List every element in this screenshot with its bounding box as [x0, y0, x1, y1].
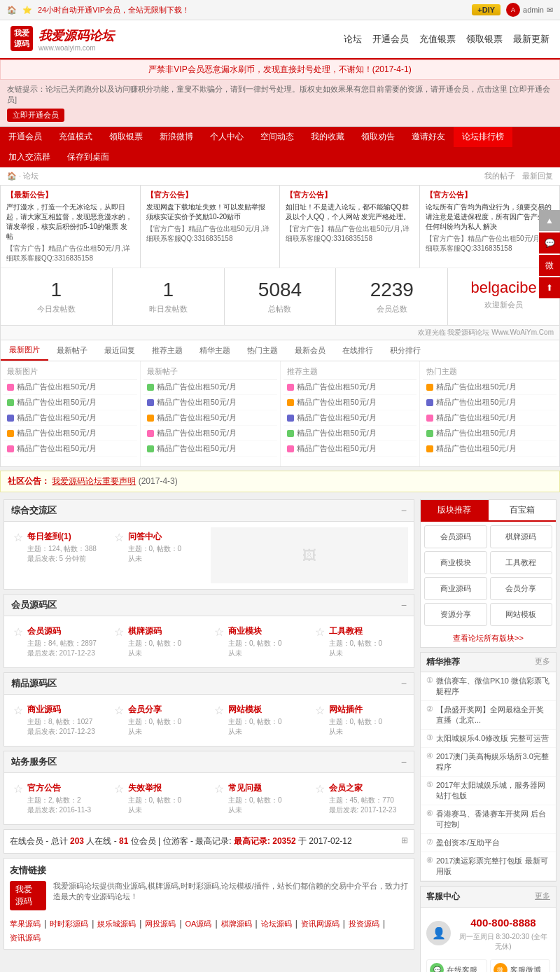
nav-forum[interactable]: 论坛: [344, 33, 362, 46]
forum-item-tools: ☆ 工具教程 主题：0, 帖数：0 从未: [312, 622, 409, 662]
forum-name-home[interactable]: 会员之家: [329, 783, 363, 793]
subnav-profile[interactable]: 个人中心: [202, 127, 252, 147]
friend-link-5[interactable]: OA源码: [186, 919, 212, 929]
forum-name-chess[interactable]: 棋牌源码: [128, 626, 162, 636]
friend-link-10[interactable]: 资讯源码: [10, 933, 41, 943]
friend-link-6[interactable]: 棋牌源码: [221, 919, 252, 929]
forum-name-module[interactable]: 商业模块: [228, 626, 262, 636]
block-member-source[interactable]: 会员源码: [424, 525, 487, 548]
block-chess[interactable]: 棋牌源码: [490, 525, 553, 548]
recommend-link-3[interactable]: 太阳城娱乐4.0修改版 完整可运营: [436, 733, 549, 744]
forum-name-qa[interactable]: 问答中心: [128, 532, 162, 541]
subnav-charge[interactable]: 充值模式: [50, 127, 101, 147]
topbar-right: +DIY A admin ✉: [472, 3, 553, 17]
recommend-link-6[interactable]: 香港赛马、香港赛车开奖网 后台可控制: [436, 809, 550, 830]
recommend-link-2[interactable]: 【鼎盛开奖网】全网最稳全开奖直播（北京...: [436, 704, 550, 725]
friend-link-3[interactable]: 娱乐城源码: [97, 919, 136, 929]
friend-link-2[interactable]: 时时彩源码: [50, 919, 88, 929]
subnav-open-vip[interactable]: 开通会员: [0, 127, 50, 147]
recommend-link-1[interactable]: 微信赛车、微信PK10 微信彩票飞艇程序: [436, 676, 550, 697]
recommend-num-8: ⑧: [426, 856, 433, 865]
subnav-receive[interactable]: 领取银票: [101, 127, 151, 147]
tab-item: 精品广告位出租50元/月: [144, 426, 277, 441]
message-icon[interactable]: ✉: [547, 6, 553, 15]
forum-name-member[interactable]: 会员源码: [27, 626, 61, 636]
forum-name-signin[interactable]: 每日签到(1): [27, 532, 71, 541]
cs-more-link[interactable]: 更多: [535, 891, 550, 903]
subnav-weibo[interactable]: 新浪微博: [151, 127, 202, 147]
diy-button[interactable]: +DIY: [472, 4, 500, 15]
tab-online-rank[interactable]: 在线排行: [334, 340, 382, 361]
block-resource-share[interactable]: 资源分享: [424, 603, 487, 626]
block-biz-module[interactable]: 商业模块: [424, 551, 487, 574]
block-tools-tutorial[interactable]: 工具教程: [490, 551, 553, 574]
forum-name-tools[interactable]: 工具教程: [329, 626, 363, 636]
subnav-group[interactable]: 加入交流群: [0, 147, 59, 167]
latest-reply-link[interactable]: 最新回复: [522, 171, 553, 181]
item-text: 精品广告位出租50元/月: [157, 428, 237, 438]
tab-recommended[interactable]: 推荐主题: [144, 340, 191, 361]
community-notice-link[interactable]: 我爱源码论坛重要声明: [52, 476, 136, 486]
subnav-invite[interactable]: 邀请好友: [403, 127, 454, 147]
subnav-desktop[interactable]: 保存到桌面: [59, 147, 118, 167]
float-top-btn[interactable]: ⬆: [539, 277, 560, 298]
tab-new-members[interactable]: 最新会员: [286, 340, 334, 361]
subnav-favorites[interactable]: 我的收藏: [302, 127, 353, 147]
block-member-share[interactable]: 会员分享: [490, 577, 553, 600]
block-biz-source[interactable]: 商业源码: [424, 577, 487, 600]
nav-latest[interactable]: 最新更新: [513, 33, 550, 46]
online-expand-icon[interactable]: ⊞: [401, 835, 408, 845]
home-link[interactable]: 🏠: [7, 6, 17, 15]
section-toggle-member[interactable]: −: [401, 599, 407, 611]
forum-name-faq[interactable]: 常见问题: [228, 783, 262, 793]
tab-latest-images[interactable]: 最新图片: [1, 340, 48, 361]
tab-score-rank[interactable]: 积分排行: [382, 340, 429, 361]
friend-link-7[interactable]: 论坛源码: [261, 919, 292, 929]
forum-item-template: ☆ 网站模板 主题：0, 帖数：0 从未: [211, 700, 308, 740]
section-toggle-premium[interactable]: −: [401, 678, 407, 689]
float-btn-1[interactable]: ▲: [539, 210, 560, 231]
block-website-template[interactable]: 网站模板: [490, 603, 553, 626]
tab-premium[interactable]: 精华主题: [191, 340, 239, 361]
tab-hot[interactable]: 热门主题: [239, 340, 286, 361]
tab-latest-posts[interactable]: 最新帖子: [48, 340, 96, 361]
recommend-item-2: ② 【鼎盛开奖网】全网最稳全开奖直播（北京...: [421, 701, 556, 730]
forum-name-biz[interactable]: 商业源码: [27, 704, 61, 714]
recommend-link-8[interactable]: 2017澳运彩票完整打包版 最新可用版: [436, 856, 550, 877]
tab-latest-reply[interactable]: 最近回复: [96, 340, 144, 361]
recommend-link-5[interactable]: 2017年太阳城娱乐城，服务器网站打包版: [436, 780, 550, 801]
forum-name-share[interactable]: 会员分享: [128, 704, 162, 714]
friend-link-1[interactable]: 苹果源码: [10, 919, 41, 929]
float-chat-btn[interactable]: 💬: [539, 232, 560, 254]
forum-name-official[interactable]: 官方公告: [27, 783, 61, 793]
friend-link-8[interactable]: 资讯网源码: [301, 919, 340, 929]
subnav-reward[interactable]: 领取劝告: [353, 127, 403, 147]
favorite-link[interactable]: ⭐: [22, 6, 32, 15]
join-vip-button[interactable]: 立即开通会员: [7, 109, 64, 122]
nav-vip[interactable]: 开通会员: [372, 33, 409, 46]
forum-group-member: ☆ 会员源码 主题：84, 帖数：2897 最后发表: 2017-12-23 ☆…: [4, 616, 414, 667]
cs-item-weibo[interactable]: 微 客服微博: [490, 959, 551, 972]
forum-name-template[interactable]: 网站模板: [228, 704, 262, 714]
recommend-link-4[interactable]: 2017澳门美高梅娱乐场所3.0完整程序: [436, 751, 550, 772]
view-all-link[interactable]: 查看论坛所有版块>>: [453, 634, 524, 642]
section-toggle-service[interactable]: −: [401, 756, 407, 768]
cs-item-online[interactable]: 💬 在线客服: [426, 959, 487, 972]
nav-charge[interactable]: 充值银票: [419, 33, 456, 46]
float-wechat-btn[interactable]: 微: [539, 255, 560, 276]
section-toggle-comprehensive[interactable]: −: [401, 505, 407, 516]
right-tab-treasure[interactable]: 百宝箱: [489, 500, 556, 520]
subnav-rank[interactable]: 论坛排行榜: [454, 127, 512, 147]
my-posts-link[interactable]: 我的帖子: [484, 171, 515, 181]
recommend-more-link[interactable]: 更多: [535, 656, 550, 668]
today-posts-num: 1: [11, 279, 102, 301]
right-tab-blocks[interactable]: 版块推荐: [421, 500, 489, 520]
friend-link-4[interactable]: 网投源码: [145, 919, 176, 929]
forum-name-plugin[interactable]: 网站插件: [329, 704, 363, 714]
recommend-link-7[interactable]: 盈创资本/互助平台: [436, 838, 500, 848]
forum-name-report[interactable]: 失效举报: [128, 783, 162, 793]
breadcrumb-home-link[interactable]: · 论坛: [19, 172, 38, 180]
nav-receive[interactable]: 领取银票: [466, 33, 503, 46]
subnav-space[interactable]: 空间动态: [252, 127, 302, 147]
friend-link-9[interactable]: 投资源码: [349, 919, 379, 929]
